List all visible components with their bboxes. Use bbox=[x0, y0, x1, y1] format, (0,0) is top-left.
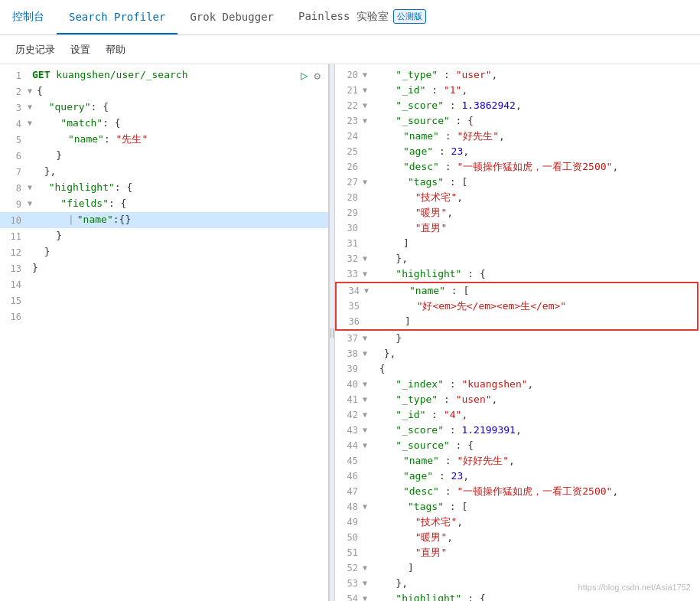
line-number: 7 bbox=[0, 164, 28, 180]
beta-badge: 公测版 bbox=[393, 9, 426, 24]
line-content: } bbox=[29, 148, 328, 163]
editor-line-16: 16 bbox=[0, 309, 328, 325]
line-content: "match": { bbox=[34, 116, 328, 131]
line-number: 4 bbox=[0, 116, 28, 132]
line-number: 2 bbox=[0, 83, 28, 100]
editor-line-11: 11 } bbox=[0, 228, 328, 244]
line-content: "name": "先生" bbox=[29, 132, 328, 147]
right-line-44: 44 ▼ "_source" : { bbox=[335, 438, 700, 453]
editor-line-15: 15 bbox=[0, 292, 328, 309]
line-number: 13 bbox=[0, 260, 28, 276]
editor-line-4: 4 ▼ "match": { bbox=[0, 116, 328, 132]
editor-line-8: 8 ▼ "highlight": { bbox=[0, 180, 328, 196]
editor-line-1: 1 GET kuangshen/user/_search bbox=[0, 67, 328, 83]
right-line-52: 52 ▼ ] bbox=[335, 560, 700, 576]
editor-line-14: 14 bbox=[0, 276, 328, 292]
code-editor[interactable]: ▷ ⚙ 1 GET kuangshen/user/_search 2 ▼ { 3… bbox=[0, 64, 328, 601]
line-content: } bbox=[29, 228, 328, 243]
right-line-47: 47 "desc" : "一顿操作猛如虎，一看工资2500", bbox=[335, 484, 700, 499]
right-line-41: 41 ▼ "_type" : "usen", bbox=[335, 392, 700, 407]
right-line-20: 20 ▼ "_type" : "user", bbox=[335, 67, 700, 83]
line-content: GET kuangshen/user/_search bbox=[29, 67, 328, 83]
line-number: 11 bbox=[0, 228, 28, 244]
line-content: "query": { bbox=[34, 100, 328, 115]
main-container: ▷ ⚙ 1 GET kuangshen/user/_search 2 ▼ { 3… bbox=[0, 64, 700, 601]
right-line-30: 30 "直男" bbox=[335, 220, 700, 236]
highlight-box-1: 34 ▼ "name" : [ 35 "好<em>先</em><em>生</em… bbox=[335, 282, 698, 331]
right-line-45: 45 "name" : "好好先生", bbox=[335, 453, 700, 469]
right-line-53: 53 ▼ }, bbox=[335, 576, 700, 591]
tab-painless-lab[interactable]: Painless 实验室 公测版 bbox=[286, 0, 438, 34]
line-content: } bbox=[29, 244, 328, 260]
right-output-panel[interactable]: 20 ▼ "_type" : "user", 21 ▼ "_id" : "1",… bbox=[335, 64, 700, 601]
run-button[interactable]: ▷ bbox=[301, 68, 308, 83]
editor-line-7: 7 }, bbox=[0, 164, 328, 180]
line-number: 10 bbox=[0, 212, 28, 228]
right-line-42: 42 ▼ "_id" : "4", bbox=[335, 407, 700, 423]
editor-line-10: 10 |"name":{} bbox=[0, 212, 328, 228]
tab-grok-debugger[interactable]: Grok Debugger bbox=[177, 0, 286, 34]
right-line-35: 35 "好<em>先</em><em>生</em>" bbox=[337, 299, 697, 314]
right-line-33: 33 ▼ "highlight" : { bbox=[335, 266, 700, 282]
right-line-32: 32 ▼ }, bbox=[335, 251, 700, 266]
settings-button[interactable]: ⚙ bbox=[314, 68, 321, 83]
line-number: 16 bbox=[0, 309, 28, 325]
right-line-43: 43 ▼ "_score" : 1.2199391, bbox=[335, 423, 700, 438]
nav-settings[interactable]: 设置 bbox=[63, 43, 98, 57]
right-line-46: 46 "age" : 23, bbox=[335, 469, 700, 484]
right-line-49: 49 "技术宅", bbox=[335, 514, 700, 530]
line-number: 8 bbox=[0, 180, 28, 196]
editor-line-5: 5 "name": "先生" bbox=[0, 132, 328, 148]
line-content: }, bbox=[29, 164, 328, 179]
right-line-48: 48 ▼ "tags" : [ bbox=[335, 499, 700, 514]
line-number: 5 bbox=[0, 132, 28, 148]
editor-line-3: 3 ▼ "query": { bbox=[0, 100, 328, 116]
line-number: 12 bbox=[0, 244, 28, 260]
right-line-24: 24 "name" : "好先生", bbox=[335, 129, 700, 144]
right-line-29: 29 "暖男", bbox=[335, 205, 700, 220]
right-line-23: 23 ▼ "_source" : { bbox=[335, 113, 700, 129]
right-line-54: 54 ▼ "highlight" : { bbox=[335, 591, 700, 601]
line-number: 1 bbox=[0, 67, 28, 83]
right-line-26: 26 "desc" : "一顿操作猛如虎，一看工资2500", bbox=[335, 159, 700, 175]
right-line-25: 25 "age" : 23, bbox=[335, 144, 700, 159]
line-number: 15 bbox=[0, 292, 28, 309]
right-line-27: 27 ▼ "tags" : [ bbox=[335, 175, 700, 190]
right-line-34: 34 ▼ "name" : [ bbox=[337, 283, 697, 299]
tab-console[interactable]: 控制台 bbox=[0, 0, 57, 34]
right-line-22: 22 ▼ "_score" : 1.3862942, bbox=[335, 98, 700, 113]
editor-toolbar: ▷ ⚙ bbox=[301, 68, 321, 83]
second-navigation: 历史记录 设置 帮助 bbox=[0, 35, 700, 64]
panel-divider[interactable]: ‖ bbox=[329, 64, 335, 601]
right-line-28: 28 "技术宅", bbox=[335, 190, 700, 205]
right-line-50: 50 "暖男", bbox=[335, 530, 700, 545]
editor-line-12: 12 } bbox=[0, 244, 328, 260]
right-line-40: 40 ▼ "_index" : "kuangshen", bbox=[335, 377, 700, 392]
line-content: { bbox=[34, 83, 328, 99]
right-line-38: 38 ▼ }, bbox=[335, 346, 700, 361]
right-line-31: 31 ] bbox=[335, 236, 700, 251]
right-line-37: 37 ▼ } bbox=[335, 331, 700, 346]
line-number: 3 bbox=[0, 100, 28, 116]
right-line-39: 39 { bbox=[335, 361, 700, 377]
line-content: "highlight": { bbox=[34, 180, 328, 195]
editor-line-13: 13 } bbox=[0, 260, 328, 276]
editor-line-2: 2 ▼ { bbox=[0, 83, 328, 100]
line-number: 14 bbox=[0, 276, 28, 292]
line-number: 9 bbox=[0, 196, 28, 212]
right-line-36: 36 ] bbox=[337, 314, 697, 329]
top-navigation: 控制台 Search Profiler Grok Debugger Painle… bbox=[0, 0, 700, 35]
line-content: |"name":{} bbox=[29, 212, 328, 227]
line-content: "fields": { bbox=[34, 196, 328, 211]
editor-line-9: 9 ▼ "fields": { bbox=[0, 196, 328, 212]
line-number: 6 bbox=[0, 148, 28, 164]
left-editor-panel: ▷ ⚙ 1 GET kuangshen/user/_search 2 ▼ { 3… bbox=[0, 64, 329, 601]
line-content: } bbox=[29, 260, 328, 276]
tab-search-profiler[interactable]: Search Profiler bbox=[57, 0, 177, 34]
right-line-51: 51 "直男" bbox=[335, 545, 700, 560]
editor-line-6: 6 } bbox=[0, 148, 328, 164]
nav-history[interactable]: 历史记录 bbox=[8, 43, 63, 57]
nav-help[interactable]: 帮助 bbox=[98, 43, 133, 57]
right-line-21: 21 ▼ "_id" : "1", bbox=[335, 83, 700, 98]
